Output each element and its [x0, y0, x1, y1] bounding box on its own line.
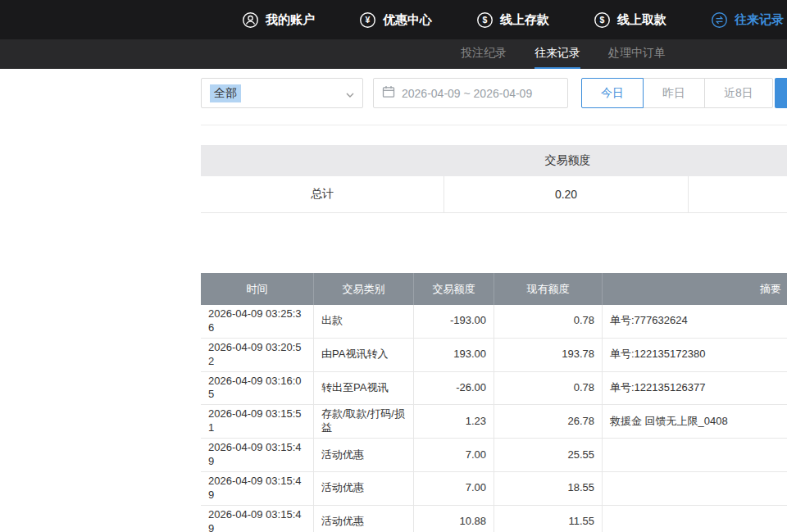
table-row: 2026-04-09 03:15:49 活动优惠 10.88 11.55: [201, 506, 787, 532]
summary-empty-cell: [689, 176, 787, 212]
cell-time: 2026-04-09 03:20:52: [201, 339, 314, 371]
cell-time: 2026-04-09 03:15:49: [201, 472, 314, 505]
column-header-balance: 现有额度: [494, 273, 603, 305]
summary-total-label: 总计: [201, 176, 444, 212]
cell-time: 2026-04-09 03:25:36: [201, 305, 314, 338]
type-select-value: 全部: [210, 84, 241, 102]
records-table: 时间 交易类别 交易额度 现有额度 摘要 2026-04-09 03:25:36…: [201, 273, 787, 532]
cell-amount: 10.88: [414, 506, 494, 532]
tab-pending-orders[interactable]: 处理中订单: [608, 39, 666, 69]
cell-amount: 1.23: [414, 405, 494, 438]
nav-deposit[interactable]: $ 线上存款: [476, 11, 549, 29]
last-8-days-button[interactable]: 近8日: [704, 78, 773, 108]
nav-promotions[interactable]: ¥ 优惠中心: [359, 11, 432, 29]
nav-label: 往来记录: [735, 12, 784, 28]
table-row: 2026-04-09 03:15:49 活动优惠 7.00 18.55: [201, 472, 787, 506]
deposit-coin-icon: $: [476, 11, 494, 29]
column-header-memo: 摘要: [603, 273, 787, 305]
cell-time: 2026-04-09 03:15:51: [201, 405, 314, 438]
cell-balance: 193.78: [494, 339, 603, 371]
cell-memo: 救援金 回馈无上限_0408: [603, 405, 787, 438]
column-header-time: 时间: [201, 273, 314, 305]
cell-balance: 0.78: [494, 372, 603, 405]
nav-label: 线上存款: [500, 12, 549, 28]
table-row: 2026-04-09 03:16:05 转出至PA视讯 -26.00 0.78 …: [201, 372, 787, 406]
tab-label: 处理中订单: [608, 46, 666, 61]
today-button[interactable]: 今日: [581, 78, 644, 108]
cell-type: 由PA视讯转入: [314, 339, 414, 371]
table-row: 2026-04-09 03:15:51 存款/取款/打码/损益 1.23 26.…: [201, 405, 787, 439]
calendar-icon: [382, 85, 395, 101]
search-button[interactable]: [775, 78, 787, 108]
cell-memo: [603, 506, 787, 532]
cell-amount: -26.00: [414, 372, 494, 405]
cell-memo: 单号:777632624: [603, 305, 787, 338]
cell-time: 2026-04-09 03:15:49: [201, 506, 314, 532]
summary-header-label: 交易额度: [545, 153, 591, 168]
cell-memo: [603, 439, 787, 471]
table-row: 2026-04-09 03:20:52 由PA视讯转入 193.00 193.7…: [201, 339, 787, 372]
top-navigation: 我的账户 ¥ 优惠中心 $ 线上存款 $ 线上取款 往来记录: [0, 0, 787, 39]
table-row: 2026-04-09 03:15:49 活动优惠 7.00 25.55: [201, 439, 787, 472]
records-tab-bar: 投注纪录 往来记录 处理中订单: [0, 39, 787, 69]
svg-text:$: $: [600, 15, 605, 25]
cell-memo: 单号:122135126377: [603, 372, 787, 405]
cell-balance: 11.55: [494, 506, 603, 532]
coin-icon: ¥: [359, 11, 376, 29]
cell-memo: 单号:122135172380: [603, 339, 787, 371]
cell-type: 活动优惠: [314, 472, 414, 505]
user-icon: [242, 11, 259, 29]
cell-time: 2026-04-09 03:16:05: [201, 372, 314, 405]
records-icon: [711, 11, 728, 29]
cell-balance: 26.78: [494, 405, 603, 438]
cell-amount: -193.00: [414, 305, 494, 338]
tab-bet-records[interactable]: 投注纪录: [461, 39, 507, 69]
cell-type: 转出至PA视讯: [314, 372, 414, 405]
cell-type: 活动优惠: [314, 439, 414, 471]
tab-label: 往来记录: [535, 46, 580, 61]
quick-date-buttons: 今日 昨日 近8日: [581, 78, 773, 108]
cell-balance: 25.55: [494, 439, 603, 471]
cell-amount: 7.00: [414, 439, 494, 471]
summary-table: 交易额度 总计 0.20: [201, 145, 787, 213]
type-select[interactable]: 全部: [201, 78, 363, 108]
cell-amount: 7.00: [414, 472, 494, 505]
cell-type: 出款: [314, 305, 414, 338]
withdraw-coin-icon: $: [594, 11, 611, 29]
tab-transaction-records[interactable]: 往来记录: [535, 39, 580, 69]
nav-label: 优惠中心: [383, 12, 432, 28]
svg-text:$: $: [483, 15, 488, 25]
cell-balance: 18.55: [494, 472, 603, 505]
cell-balance: 0.78: [494, 305, 603, 338]
column-header-amount: 交易额度: [414, 273, 494, 305]
cell-memo: [603, 472, 787, 505]
nav-label: 我的账户: [266, 12, 315, 28]
nav-records[interactable]: 往来记录: [711, 11, 784, 29]
cell-type: 活动优惠: [314, 506, 414, 532]
cell-amount: 193.00: [414, 339, 494, 371]
svg-text:¥: ¥: [366, 15, 371, 25]
date-range-input[interactable]: 2026-04-09 ~ 2026-04-09: [373, 78, 568, 108]
nav-label: 线上取款: [617, 12, 666, 28]
date-range-value: 2026-04-09 ~ 2026-04-09: [402, 87, 532, 100]
nav-my-account[interactable]: 我的账户: [242, 11, 315, 29]
chevron-down-icon: [346, 86, 354, 101]
table-row: 2026-04-09 03:25:36 出款 -193.00 0.78 单号:7…: [201, 305, 787, 339]
summary-total-row: 总计 0.20: [201, 176, 787, 213]
column-header-type: 交易类别: [314, 273, 414, 305]
nav-withdraw[interactable]: $ 线上取款: [594, 11, 666, 29]
summary-total-value: 0.20: [444, 176, 689, 212]
divider: [201, 125, 787, 125]
tab-label: 投注纪录: [461, 46, 507, 61]
yesterday-button[interactable]: 昨日: [643, 78, 705, 108]
records-table-header: 时间 交易类别 交易额度 现有额度 摘要: [201, 273, 787, 305]
cell-type: 存款/取款/打码/损益: [314, 405, 414, 438]
cell-time: 2026-04-09 03:15:49: [201, 439, 314, 471]
summary-header: 交易额度: [201, 145, 787, 176]
